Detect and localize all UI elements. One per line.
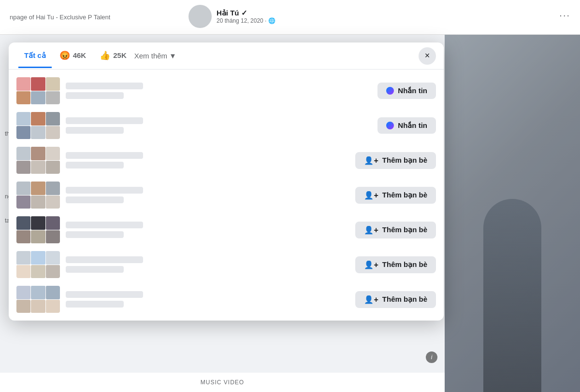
name-blur-bar-1 [66, 222, 143, 228]
add-friend-icon: 👤+ [364, 295, 378, 304]
name-blur-bar-2 [66, 231, 124, 238]
add-friend-button[interactable]: 👤+Thêm bạn bè [355, 187, 436, 204]
avatar-mosaic-cell [46, 265, 60, 279]
page-title-bg: npage of Hai Tu - Exclusive P Talent [10, 14, 110, 21]
tab-more[interactable]: Xem thêm ▼ [134, 52, 176, 60]
avatar-mosaic-cell [46, 91, 60, 105]
angry-emoji: 😡 [59, 50, 70, 61]
avatar-mosaic-cell [31, 112, 45, 126]
messenger-icon [386, 87, 394, 95]
user-avatar-mosaic [16, 286, 60, 313]
avatar-mosaic-cell [46, 182, 60, 195]
avatar-mosaic-cell [16, 300, 30, 313]
avatar-mosaic-cell [16, 77, 30, 91]
name-blur-bar-1 [66, 117, 143, 124]
bottom-bar: MUSIC VIDEO [0, 373, 445, 392]
page-header-bar: npage of Hai Tu - Exclusive P Talent [0, 0, 580, 35]
avatar-mosaic-cell [46, 147, 60, 160]
avatar-mosaic-cell [31, 286, 45, 299]
name-blur-bar-1 [66, 291, 143, 298]
name-blur-bar-2 [66, 301, 124, 308]
avatar-mosaic-cell [31, 126, 45, 140]
avatar-mosaic-cell [16, 91, 30, 105]
add-friend-button[interactable]: 👤+Thêm bạn bè [355, 152, 436, 169]
avatar-mosaic-cell [16, 147, 30, 160]
avatar-mosaic-cell [16, 230, 30, 244]
action-button-label: Thêm bạn bè [382, 191, 427, 199]
name-blur-bar-2 [66, 162, 124, 168]
avatar-mosaic-cell [31, 77, 45, 91]
add-friend-icon: 👤+ [364, 156, 378, 165]
add-friend-icon: 👤+ [364, 260, 378, 269]
tab-all[interactable]: Tất cả [18, 44, 52, 68]
action-button-label: Nhắn tin [398, 86, 427, 95]
user-avatar-mosaic [16, 112, 60, 139]
author-avatar [188, 5, 212, 28]
author-info: Hải Tú ✓ 20 tháng 12, 2020 · 🌐 [217, 9, 276, 24]
reaction-tabs: Tất cả 😡 46K 👍 25K Xem thêm ▼ × [9, 42, 444, 70]
add-friend-button[interactable]: 👤+Thêm bạn bè [355, 256, 436, 273]
list-item: 👤+Thêm bạn bè [9, 282, 444, 317]
message-button[interactable]: Nhắn tin [377, 83, 436, 99]
tab-more-label: Xem thêm [134, 52, 167, 60]
avatar-mosaic-cell [46, 286, 60, 299]
dropdown-chevron-icon: ▼ [169, 52, 176, 60]
add-friend-icon: 👤+ [364, 225, 378, 235]
name-blur-bar-2 [66, 196, 124, 203]
name-blur-bar-1 [66, 187, 143, 194]
like-count: 25K [113, 51, 127, 59]
avatar-mosaic-cell [46, 216, 60, 230]
tab-like[interactable]: 👍 25K [94, 43, 132, 69]
avatar-mosaic-cell [46, 77, 60, 91]
list-item: Nhắn tin [9, 73, 444, 108]
avatar-mosaic-cell [31, 182, 45, 195]
avatar-mosaic-cell [16, 161, 30, 174]
avatar-mosaic-cell [31, 251, 45, 265]
user-avatar-mosaic [16, 216, 60, 243]
avatar-mosaic-cell [31, 91, 45, 105]
add-friend-button[interactable]: 👤+Thêm bạn bè [355, 222, 436, 238]
post-date: 20 tháng 12, 2020 · 🌐 [217, 17, 276, 24]
avatar-mosaic-cell [16, 182, 30, 195]
post-author-area: Hải Tú ✓ 20 tháng 12, 2020 · 🌐 [188, 5, 276, 28]
name-blur-bar-2 [66, 92, 124, 99]
user-avatar-mosaic [16, 182, 60, 209]
avatar-mosaic-cell [31, 161, 45, 174]
avatar-mosaic-cell [16, 251, 30, 265]
avatar-mosaic-cell [16, 112, 30, 126]
tab-angry[interactable]: 😡 46K [54, 43, 92, 69]
name-blur-bar-1 [66, 256, 143, 263]
user-avatar-mosaic [16, 147, 60, 174]
avatar-mosaic-cell [46, 161, 60, 174]
list-item: 👤+Thêm bạn bè [9, 178, 444, 212]
list-item: 👤+Thêm bạn bè [9, 247, 444, 282]
avatar-mosaic-cell [46, 230, 60, 244]
action-button-label: Nhắn tin [398, 121, 427, 130]
avatar-mosaic-cell [31, 147, 45, 160]
right-image-panel [445, 35, 580, 392]
list-item: 👤+Thêm bạn bè [9, 212, 444, 247]
avatar-mosaic-cell [46, 251, 60, 265]
add-friend-button[interactable]: 👤+Thêm bạn bè [355, 291, 436, 308]
reactions-modal: Tất cả 😡 46K 👍 25K Xem thêm ▼ × Nhắn tin… [9, 42, 444, 321]
list-item: Nhắn tin [9, 108, 444, 143]
close-modal-button[interactable]: × [419, 47, 436, 65]
user-avatar-mosaic [16, 77, 60, 104]
avatar-mosaic-cell [31, 300, 45, 313]
avatar-mosaic-cell [16, 216, 30, 230]
message-button[interactable]: Nhắn tin [377, 117, 436, 134]
action-button-label: Thêm bạn bè [382, 225, 427, 234]
list-item: 👤+Thêm bạn bè [9, 143, 444, 178]
info-icon[interactable]: i [426, 351, 437, 363]
avatar-mosaic-cell [16, 265, 30, 279]
messenger-icon [386, 122, 394, 129]
user-avatar-mosaic [16, 251, 60, 278]
avatar-mosaic-cell [46, 112, 60, 126]
tab-all-label: Tất cả [24, 51, 46, 60]
add-friend-icon: 👤+ [364, 191, 378, 200]
angry-count: 46K [73, 51, 87, 59]
avatar-mosaic-cell [31, 265, 45, 279]
more-options-bg[interactable]: ··· [559, 10, 570, 21]
avatar-mosaic-cell [46, 196, 60, 209]
author-name: Hải Tú ✓ [217, 9, 276, 17]
